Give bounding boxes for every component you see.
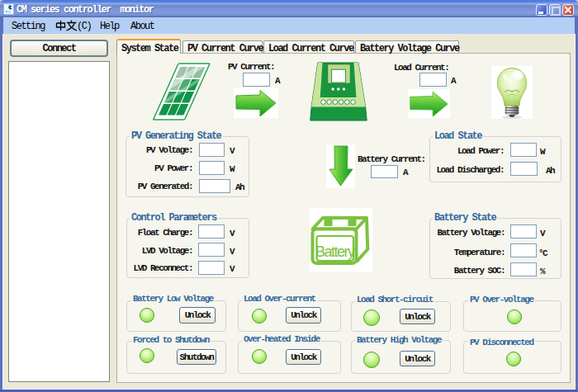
svg-text:Battery: Battery [315,243,355,260]
